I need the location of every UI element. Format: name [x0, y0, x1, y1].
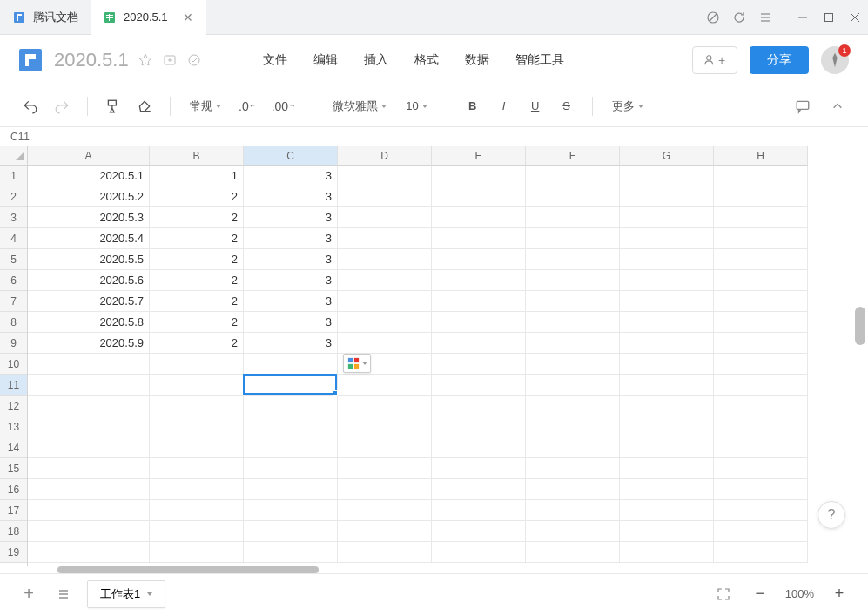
cell[interactable]: [526, 437, 620, 458]
font-dropdown[interactable]: 微软雅黑: [327, 98, 392, 114]
cell[interactable]: [338, 270, 432, 291]
cell[interactable]: [620, 396, 714, 416]
cell[interactable]: [714, 396, 808, 416]
cell[interactable]: [714, 312, 808, 333]
cell[interactable]: [620, 500, 714, 521]
add-person-button[interactable]: +: [692, 46, 737, 74]
cell[interactable]: [150, 396, 244, 416]
cell[interactable]: 2020.5.9: [28, 333, 150, 354]
clear-format-button[interactable]: [133, 94, 156, 118]
row-header[interactable]: 13: [0, 416, 27, 437]
cell[interactable]: [28, 458, 150, 479]
cell[interactable]: [244, 521, 338, 542]
cell[interactable]: [714, 249, 808, 270]
column-header[interactable]: B: [150, 146, 244, 166]
cell[interactable]: [338, 312, 432, 333]
row-header[interactable]: 5: [0, 249, 27, 270]
cell[interactable]: [620, 375, 714, 396]
cell[interactable]: [244, 354, 338, 375]
cell[interactable]: [28, 437, 150, 458]
column-header[interactable]: C: [244, 146, 338, 166]
cell[interactable]: [526, 354, 620, 375]
format-painter-button[interactable]: [102, 94, 124, 118]
cell[interactable]: [338, 375, 432, 396]
cell[interactable]: [620, 186, 714, 207]
cell[interactable]: [526, 542, 620, 563]
cell[interactable]: 3: [244, 186, 338, 207]
cell[interactable]: [432, 207, 526, 228]
sync-icon[interactable]: [186, 52, 202, 68]
row-header[interactable]: 2: [0, 186, 27, 207]
undo-button[interactable]: [19, 94, 42, 118]
cell[interactable]: [526, 207, 620, 228]
cell[interactable]: 2: [150, 186, 244, 207]
tab-tencent-docs[interactable]: 腾讯文档: [0, 0, 91, 35]
cell[interactable]: [620, 416, 714, 437]
cell[interactable]: [150, 416, 244, 437]
cell[interactable]: [432, 354, 526, 375]
cell[interactable]: [432, 437, 526, 458]
cell[interactable]: [432, 249, 526, 270]
cell[interactable]: [150, 542, 244, 563]
cell[interactable]: [338, 521, 432, 542]
row-header[interactable]: 16: [0, 479, 27, 500]
cell[interactable]: [338, 479, 432, 500]
cell[interactable]: 3: [244, 312, 338, 333]
cell[interactable]: [620, 291, 714, 312]
cell[interactable]: 3: [244, 270, 338, 291]
cell[interactable]: 3: [244, 166, 338, 186]
cell[interactable]: [338, 207, 432, 228]
cell[interactable]: [150, 375, 244, 396]
underline-button[interactable]: U: [524, 94, 547, 118]
cell[interactable]: [714, 166, 808, 186]
cell[interactable]: [432, 521, 526, 542]
cell[interactable]: 2: [150, 207, 244, 228]
row-header[interactable]: 15: [0, 458, 27, 479]
strike-button[interactable]: S: [555, 94, 578, 118]
cell[interactable]: [338, 228, 432, 249]
cell[interactable]: [150, 437, 244, 458]
menu-data[interactable]: 数据: [465, 52, 489, 68]
sheet-list-button[interactable]: [52, 582, 75, 606]
zoom-level[interactable]: 100%: [785, 587, 814, 600]
cell[interactable]: [432, 166, 526, 186]
close-icon[interactable]: ✕: [182, 11, 194, 24]
cell[interactable]: 2020.5.6: [28, 270, 150, 291]
row-header[interactable]: 17: [0, 500, 27, 521]
row-header[interactable]: 10: [0, 354, 27, 375]
cell[interactable]: [526, 500, 620, 521]
cell[interactable]: [338, 458, 432, 479]
cell[interactable]: 2020.5.8: [28, 312, 150, 333]
cell[interactable]: [244, 542, 338, 563]
cell[interactable]: [620, 479, 714, 500]
cell[interactable]: [432, 270, 526, 291]
cell[interactable]: [28, 375, 150, 396]
document-title[interactable]: 2020.5.1: [54, 49, 129, 71]
name-box[interactable]: C11: [0, 127, 868, 146]
cell[interactable]: [714, 458, 808, 479]
cell[interactable]: [714, 542, 808, 563]
cell[interactable]: [150, 479, 244, 500]
cell[interactable]: 2020.5.7: [28, 291, 150, 312]
decimal-decrease-button[interactable]: .0←: [235, 94, 259, 118]
close-button[interactable]: [842, 0, 868, 35]
cell[interactable]: [714, 479, 808, 500]
redo-button[interactable]: [50, 94, 73, 118]
sheet-tab[interactable]: 工作表1: [87, 580, 165, 608]
cell[interactable]: 2020.5.5: [28, 249, 150, 270]
fullscreen-button[interactable]: [712, 582, 735, 606]
cell[interactable]: [620, 437, 714, 458]
cell[interactable]: [714, 207, 808, 228]
cell[interactable]: [150, 458, 244, 479]
collapse-icon[interactable]: [826, 94, 849, 118]
row-header[interactable]: 3: [0, 207, 27, 228]
cell[interactable]: 2020.5.1: [28, 166, 150, 186]
cell[interactable]: [150, 521, 244, 542]
menu-file[interactable]: 文件: [263, 52, 287, 68]
menu-smarttools[interactable]: 智能工具: [515, 52, 564, 68]
cell[interactable]: 2: [150, 249, 244, 270]
cell[interactable]: [244, 458, 338, 479]
cell[interactable]: 2: [150, 270, 244, 291]
cell[interactable]: [526, 312, 620, 333]
cell[interactable]: [432, 333, 526, 354]
